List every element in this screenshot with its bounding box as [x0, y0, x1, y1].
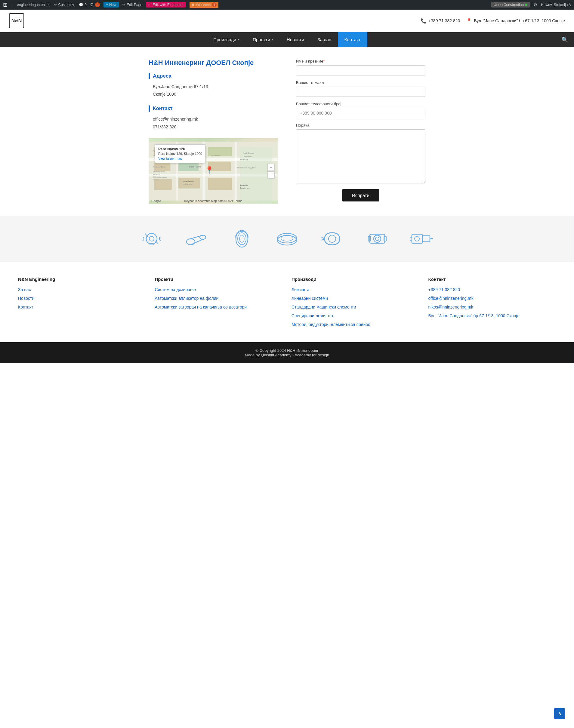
contact-text: office@nninzenering.mk 071/382-820 [149, 116, 278, 130]
under-construction[interactable]: UnderConstruction [491, 2, 530, 7]
message-textarea[interactable] [296, 129, 425, 183]
phone-label: Вашиот телефонски број [296, 102, 425, 106]
admin-bar-right: UnderConstruction ⚙ Howdy, Stefanija A [491, 2, 571, 7]
name-input[interactable] [296, 65, 425, 76]
view-larger-map-link[interactable]: View larger map [158, 157, 202, 160]
svg-line-37 [191, 235, 203, 239]
footer-bottom: © Copyright 2024 Н&Н Инженеринг Made by … [0, 342, 574, 363]
header-address: 📍 Бул. "Јане Сандански" бр.67-1/13, 1000… [466, 18, 565, 24]
svg-rect-50 [370, 234, 385, 243]
submit-button[interactable]: Испрати [342, 189, 379, 202]
footer-link-linear[interactable]: Линеарни системи [291, 295, 419, 302]
footer-link-bearings[interactable]: Лежишта [291, 287, 419, 293]
footer-col2-heading: Проекти [155, 276, 283, 282]
email-input[interactable] [296, 87, 425, 97]
address-text: Бул.Јане Сандански 67-1/13 Скопје 1000 [149, 83, 278, 98]
nav-item-products[interactable]: Производи ▾ [207, 32, 246, 47]
svg-text:pe - FON: pe - FON [153, 173, 159, 175]
footer-link-standard[interactable]: Стандардни машински елементи [291, 304, 419, 310]
nav-item-news[interactable]: Новости [280, 32, 311, 47]
footer-link-foil[interactable]: Автоматски апликатор на фолии [155, 295, 283, 302]
footer-col-contact: Контакт +389 71 382 820 office@nninzener… [428, 276, 556, 330]
products-banner [0, 216, 574, 261]
svg-text:Flash Games: Flash Games [243, 152, 254, 154]
copyright-text: © Copyright 2024 Н&Н Инженеринг [6, 348, 568, 353]
nav-item-about[interactable]: За нас [311, 32, 338, 47]
chevron-down-icon: ▾ [272, 38, 274, 41]
svg-point-42 [277, 235, 297, 245]
footer-address-link[interactable]: Бул. "Јане Сандански" бр.67-1/13, 1000 С… [428, 313, 556, 319]
product-icon-snap-ring [319, 228, 346, 249]
elementor-link[interactable]: ⊡ Edit with Elementor [146, 2, 186, 7]
zoom-in-button[interactable]: + [268, 164, 275, 171]
svg-point-52 [375, 237, 379, 241]
svg-text:КЕРАМИ...: КЕРАМИ... [240, 159, 249, 161]
svg-point-57 [415, 237, 419, 241]
footer-link-about[interactable]: За нас [18, 287, 146, 293]
phone-input[interactable] [296, 108, 425, 118]
footer-email1-link[interactable]: office@nninzenering.mk [428, 295, 556, 302]
product-icon-motor [409, 228, 436, 249]
svg-text:Forma Nova: Forma Nova [183, 180, 194, 182]
chevron-down-icon: ▾ [238, 38, 240, 41]
svg-text:ситот на...: ситот на... [153, 179, 160, 181]
nav-item-projects[interactable]: Проекти ▾ [246, 32, 280, 47]
comments-badge[interactable]: 🗨 0 [90, 2, 100, 7]
map-pin: 📍 [205, 166, 214, 174]
wpforms-link[interactable]: ⋈ WPForms 4 [190, 2, 218, 8]
comments-link[interactable]: 💬 9 [79, 3, 87, 7]
edit-page-link[interactable]: ✏ Edit Page [122, 3, 142, 7]
svg-point-51 [374, 235, 381, 242]
logo[interactable]: N&N [9, 13, 24, 28]
map-footer: Keyboard shortcuts Map data ©2024 Terms [184, 199, 243, 203]
svg-text:Металски Завод Тито: Металски Завод Тито [237, 167, 256, 169]
map-container: Перо Наков Aрri Barbisa Flash Games amus… [149, 138, 278, 204]
svg-rect-13 [178, 178, 200, 188]
svg-rect-55 [412, 234, 422, 243]
svg-text:Перо Наков: Перо Наков [189, 166, 201, 168]
new-button[interactable]: + New [104, 2, 119, 7]
svg-text:university - FON: university - FON [153, 171, 165, 173]
blue-bar-accent [149, 73, 150, 79]
footer-link-news[interactable]: Новости [18, 295, 146, 302]
svg-text:Екоцента...: Екоцента... [240, 187, 250, 189]
admin-bar: ⊞ | engineeringnn.online ✏ Customize 💬 9… [0, 0, 574, 10]
footer-col3-heading: Производи [291, 276, 419, 282]
footer-col-projects: Проекти Систем на дозирање Автоматски ап… [155, 276, 283, 330]
footer-link-contact[interactable]: Контакт [18, 304, 146, 310]
map-controls: + − [268, 164, 275, 179]
product-icon-ring [274, 228, 300, 249]
footer-phone-link[interactable]: +389 71 382 820 [428, 287, 556, 293]
svg-line-38 [191, 239, 203, 245]
search-icon[interactable]: 🔍 [561, 36, 568, 43]
footer-link-special[interactable]: Специјални лежишта [291, 313, 419, 319]
contact-form: Име и презиме* Вашиот е-маил Вашиот теле… [296, 59, 425, 204]
svg-rect-4 [235, 142, 237, 201]
footer-link-dosing[interactable]: Систем на дозирање [155, 287, 283, 293]
required-marker: * [323, 59, 325, 63]
product-icon-gear [138, 228, 165, 249]
footer-main: N&N Engineering За нас Новости Контакт П… [0, 261, 574, 342]
settings-link[interactable]: ⚙ [533, 2, 537, 7]
customize-link[interactable]: ✏ Customize [54, 3, 76, 7]
svg-point-34 [149, 237, 154, 241]
address-section-heading: Адреса [149, 73, 278, 79]
message-label: Порака [296, 123, 425, 128]
zoom-out-button[interactable]: − [268, 171, 275, 179]
map-popup: Pero Nakov 126 Pero Nakov 126, Skopje 10… [155, 144, 205, 163]
svg-text:amusement: amusement [244, 155, 253, 157]
left-column: Н&Н Инженеринг ДООЕЛ Скопје Адреса Бул.Ј… [149, 59, 278, 204]
svg-point-41 [240, 235, 244, 242]
main-nav: Производи ▾ Проекти ▾ Новости За нас Кон… [0, 32, 574, 47]
product-icon-bearing [364, 228, 391, 249]
footer-email2-link[interactable]: nikos@nninzenering.mk [428, 304, 556, 310]
footer-col-company: N&N Engineering За нас Новости Контакт [18, 276, 146, 330]
footer-link-caps[interactable]: Автоматски затворач на капачиња со дозат… [155, 304, 283, 310]
site-header: N&N 📞 +389 71 382 820 📍 Бул. "Јане Санда… [0, 10, 574, 32]
nav-item-contact[interactable]: Контакт [338, 32, 367, 47]
wordpress-icon[interactable]: ⊞ [3, 1, 7, 8]
map-logo: Google [151, 199, 161, 203]
site-name[interactable]: engineeringnn.online [17, 3, 50, 7]
user-link[interactable]: Howdy, Stefanija A [541, 3, 571, 7]
footer-link-motors[interactable]: Мотори, редуктори, елементи за пренос [291, 322, 419, 328]
